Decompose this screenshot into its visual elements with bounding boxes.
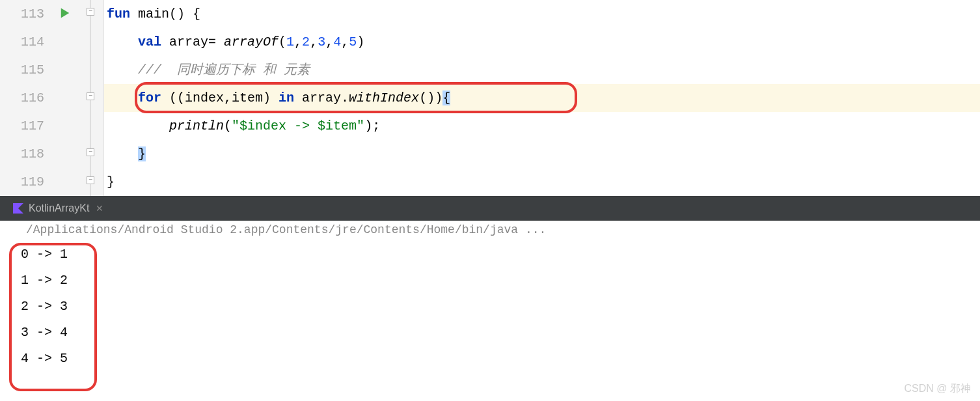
code-line[interactable]: } <box>104 168 980 196</box>
line-number[interactable]: 114 <box>0 28 44 56</box>
function-name: main <box>138 7 169 21</box>
brace: } <box>107 174 115 189</box>
brace-highlight: { <box>442 90 450 105</box>
function-call: withIndex <box>349 90 419 105</box>
fold-toggle-icon[interactable]: − <box>87 8 94 16</box>
console-line: 3 -> 4 <box>13 320 967 346</box>
line-number[interactable]: 115 <box>0 56 44 84</box>
punctuation: () <box>169 7 185 21</box>
console-line: 2 -> 3 <box>13 294 967 320</box>
fold-toggle-icon[interactable]: − <box>87 92 94 100</box>
console-line: 4 -> 5 <box>13 346 967 372</box>
close-tab-icon[interactable]: ✕ <box>96 203 103 214</box>
console-output[interactable]: 0 -> 1 1 -> 2 2 -> 3 3 -> 4 4 -> 5 <box>0 239 980 374</box>
function-call: println <box>169 118 224 133</box>
identifier: ((index,item) <box>161 90 279 105</box>
string: " <box>357 118 364 133</box>
line-number[interactable]: 113 <box>0 0 44 28</box>
keyword: fun <box>107 7 130 21</box>
watermark: CSDN @ 邪神 <box>905 382 971 396</box>
number: 4 <box>333 35 341 49</box>
identifier: array. <box>294 90 349 105</box>
string-template: $item <box>318 118 357 133</box>
keyword: val <box>138 35 161 49</box>
code-line[interactable]: fun main() { <box>104 0 980 28</box>
fold-toggle-icon[interactable]: − <box>87 176 94 184</box>
code-line[interactable]: } <box>104 140 980 168</box>
fold-gutter: − − − − <box>85 0 104 196</box>
brace-highlight: } <box>138 146 146 161</box>
line-number[interactable]: 117 <box>0 112 44 140</box>
line-number[interactable]: 118 <box>0 140 44 168</box>
fold-toggle-icon[interactable]: − <box>87 148 94 156</box>
number: 5 <box>349 35 357 49</box>
number: 2 <box>302 35 310 49</box>
console-command: /Applications/Android Studio 2.app/Conte… <box>0 221 980 239</box>
brace: { <box>185 7 200 21</box>
console-line: 0 -> 1 <box>13 242 967 268</box>
string: " <box>232 118 239 133</box>
string-template: $index <box>239 118 286 133</box>
kotlin-icon <box>13 203 23 214</box>
identifier: array= <box>161 35 224 49</box>
function-call: arrayOf <box>224 35 279 49</box>
keyword: for <box>138 90 161 105</box>
run-tab-bar: KotlinArrayKt ✕ <box>0 196 980 221</box>
comment: /// 同时遍历下标 和 元素 <box>138 62 310 77</box>
console-line: 1 -> 2 <box>13 268 967 294</box>
punctuation: ()) <box>419 90 442 105</box>
number: 3 <box>318 35 325 49</box>
run-gutter <box>52 0 85 196</box>
code-editor: 113 114 115 116 117 118 119 − − − − fun … <box>0 0 980 196</box>
code-line[interactable]: val array= arrayOf(1,2,3,4,5) <box>104 28 980 56</box>
line-number[interactable]: 119 <box>0 168 44 196</box>
line-number-gutter: 113 114 115 116 117 118 119 <box>0 0 52 196</box>
code-line-active[interactable]: for ((index,item) in array.withIndex()){ <box>104 84 980 112</box>
line-number[interactable]: 116 <box>0 84 44 112</box>
string: -> <box>286 118 318 133</box>
code-content[interactable]: fun main() { val array= arrayOf(1,2,3,4,… <box>104 0 980 196</box>
number: 1 <box>286 35 294 49</box>
code-line[interactable]: /// 同时遍历下标 和 元素 <box>104 56 980 84</box>
run-tab-title[interactable]: KotlinArrayKt <box>29 202 89 214</box>
keyword: in <box>279 90 294 105</box>
run-icon[interactable] <box>59 7 72 20</box>
code-line[interactable]: println("$index -> $item"); <box>104 112 980 140</box>
